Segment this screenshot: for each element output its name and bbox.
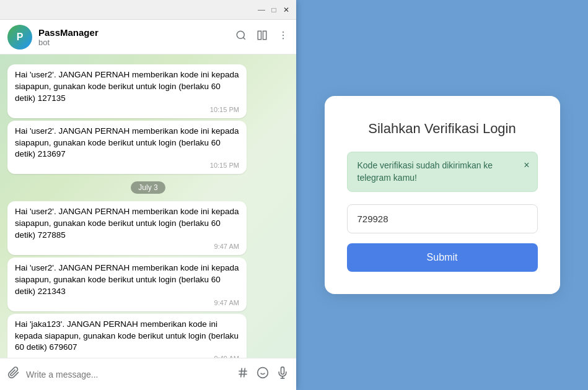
date-badge: July 3: [131, 181, 165, 194]
verify-title: Silahkan Verifikasi Login: [347, 121, 538, 137]
command-icon[interactable]: [237, 366, 249, 382]
svg-line-1: [243, 37, 245, 39]
input-area: [0, 358, 296, 390]
close-button[interactable]: ✕: [281, 5, 291, 15]
right-panel: Silahkan Verifikasi Login Kode verifikas…: [296, 0, 588, 390]
message-text: Hai 'jaka123'. JANGAN PERNAH memberikan …: [15, 319, 239, 354]
date-separator: July 3: [7, 181, 289, 194]
svg-rect-2: [258, 31, 261, 40]
verification-code-input[interactable]: [347, 204, 538, 233]
message-text: Hai 'user2'. JANGAN PERNAH memberikan ko…: [15, 206, 239, 241]
message-time: 9:47 AM: [15, 299, 239, 306]
message-text: Hai 'user2'. JANGAN PERNAH memberikan ko…: [15, 69, 239, 105]
list-item: Hai 'user2'. JANGAN PERNAH memberikan ko…: [7, 258, 247, 311]
chat-name: PassManager: [38, 27, 235, 38]
message-input[interactable]: [26, 370, 230, 379]
message-time: 9:47 AM: [15, 243, 239, 250]
message-text: Hai 'user2'. JANGAN PERNAH memberikan ko…: [15, 126, 239, 161]
message-text: Hai 'user2'. JANGAN PERNAH memberikan ko…: [15, 262, 239, 298]
chat-header-actions: [235, 30, 289, 44]
submit-button[interactable]: Submit: [347, 243, 538, 272]
svg-line-9: [241, 368, 242, 378]
list-item: Hai 'user2'. JANGAN PERNAH memberikan ko…: [7, 201, 247, 255]
message-time: 10:15 PM: [15, 162, 239, 169]
messages-content: Hai 'user2'. JANGAN PERNAH memberikan ko…: [0, 59, 296, 358]
messages-area[interactable]: Hai 'user2'. JANGAN PERNAH memberikan ko…: [0, 54, 296, 358]
avatar: P: [7, 25, 32, 50]
svg-point-4: [283, 32, 284, 33]
svg-point-11: [258, 368, 268, 378]
list-item: Hai 'jaka123'. JANGAN PERNAH memberikan …: [7, 314, 247, 358]
chat-header: P PassManager bot: [0, 20, 296, 54]
alert-box: Kode verifikasi sudah dikirimkan ke tele…: [347, 152, 538, 192]
maximize-button[interactable]: □: [269, 5, 279, 15]
attachment-icon[interactable]: [7, 366, 20, 382]
alert-close-button[interactable]: ×: [524, 158, 529, 172]
verify-card: Silahkan Verifikasi Login Kode verifikas…: [325, 96, 560, 294]
list-item: Hai 'user2'. JANGAN PERNAH memberikan ko…: [7, 64, 247, 118]
message-time: 10:15 PM: [15, 106, 239, 113]
avatar-letter: P: [17, 32, 24, 43]
svg-point-0: [237, 31, 244, 38]
emoji-icon[interactable]: [257, 366, 269, 382]
title-bar: — □ ✕: [0, 0, 296, 20]
search-icon[interactable]: [235, 30, 247, 44]
svg-point-5: [283, 35, 284, 36]
chat-info: PassManager bot: [38, 27, 235, 47]
columns-icon[interactable]: [257, 30, 268, 44]
message-time: 9:49 AM: [15, 355, 239, 358]
chat-status: bot: [38, 38, 235, 47]
more-icon[interactable]: [278, 30, 289, 44]
minimize-button[interactable]: —: [257, 5, 266, 15]
alert-text: Kode verifikasi sudah dikirimkan ke tele…: [358, 160, 493, 183]
svg-point-6: [283, 38, 284, 39]
microphone-icon[interactable]: [276, 366, 289, 382]
svg-rect-3: [263, 31, 266, 40]
input-right-icons: [237, 366, 289, 382]
list-item: Hai 'user2'. JANGAN PERNAH memberikan ko…: [7, 121, 247, 175]
telegram-window: — □ ✕ P PassManager bot: [0, 0, 296, 390]
svg-line-10: [244, 368, 245, 378]
